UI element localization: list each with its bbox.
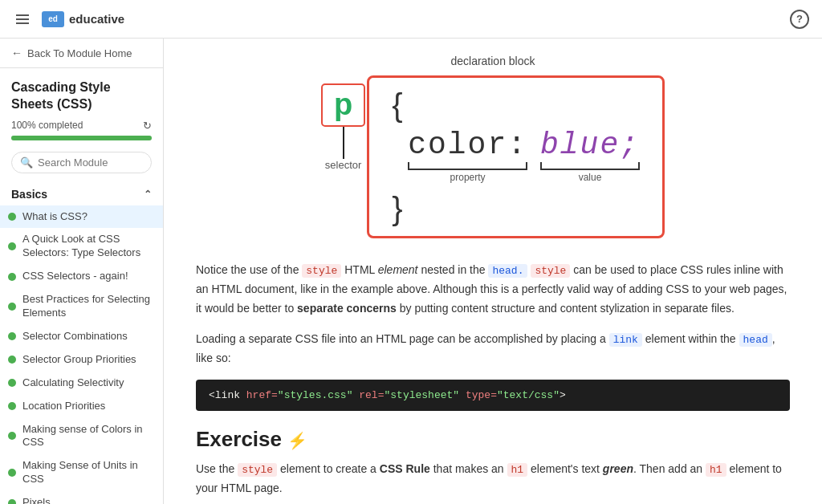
code-val-type: "text/css": [497, 389, 560, 401]
nav-item-label: A Quick Look at CSS Selectors: Type Sele…: [22, 233, 152, 260]
code-link: link: [609, 333, 642, 347]
back-button-label: Back To Module Home: [27, 47, 132, 59]
nav-item-calculating-selectivity[interactable]: Calculating Selectivity: [0, 372, 163, 395]
code-head-1: head.: [488, 264, 527, 278]
progress-bar-fill: [11, 136, 152, 140]
nav-item-label: Selector Combinations: [22, 330, 152, 343]
search-icon: 🔍: [20, 156, 33, 169]
help-icon[interactable]: ?: [790, 10, 809, 29]
section-basics-header: Basics ⌃: [0, 181, 163, 205]
nav-dot: [8, 332, 16, 340]
code-val-rel: "stylesheet": [384, 389, 459, 401]
code-tag-open: <link: [209, 389, 246, 401]
css-diagram: declaration block p selector { color:: [196, 55, 790, 238]
property-label: property: [450, 172, 486, 183]
nav-item-units[interactable]: Making Sense of Units in CSS: [0, 454, 163, 491]
nav-item-label: CSS Selectors - again!: [22, 270, 152, 283]
progress-section: 100% completed ↻: [0, 120, 163, 148]
nav-item-selector-combinations[interactable]: Selector Combinations: [0, 325, 163, 348]
nav-dot: [8, 499, 16, 505]
navbar-right: ?: [790, 10, 809, 29]
navbar-left: ed educative: [13, 11, 124, 27]
chevron-up-icon[interactable]: ⌃: [144, 189, 152, 200]
nav-item-label: Selector Group Priorities: [22, 353, 152, 367]
nav-dot: [8, 213, 16, 221]
nav-dot: [8, 379, 16, 387]
code-attr-rel: rel=: [359, 389, 384, 401]
selector-label: selector: [325, 159, 362, 171]
search-input[interactable]: [38, 156, 143, 169]
main-content: declaration block p selector { color:: [164, 39, 822, 504]
property-text: color:: [408, 128, 527, 162]
refresh-icon[interactable]: ↻: [143, 120, 152, 132]
nav-item-location-priorities[interactable]: Location Priorities: [0, 395, 163, 418]
code-style-2: style: [531, 264, 570, 278]
declaration-block-box: { color: property: [367, 75, 665, 238]
logo-text: educative: [69, 12, 124, 26]
lightning-icon: ⚡: [287, 432, 307, 449]
progress-label: 100% completed: [11, 120, 83, 131]
nav-item-label: What is CSS?: [22, 210, 152, 224]
close-brace: }: [392, 193, 640, 225]
logo: ed educative: [42, 11, 124, 27]
code-attr-type: type=: [466, 389, 497, 401]
nav-dot: [8, 242, 16, 250]
code-attr-href: href=: [246, 389, 278, 401]
code-block: <link href="styles.css" rel="stylesheet"…: [196, 380, 790, 411]
back-to-module-button[interactable]: ← Back To Module Home: [0, 39, 163, 68]
nav-item-label: Best Practices for Selecting Elements: [22, 293, 152, 320]
sidebar-header: Cascading Style Sheets (CSS): [0, 68, 163, 120]
code-head-2: head: [739, 333, 772, 347]
progress-row: 100% completed ↻: [11, 120, 152, 132]
nav-item-css-selectors-again[interactable]: CSS Selectors - again!: [0, 265, 163, 288]
nav-dot: [8, 303, 16, 311]
main-layout: ← Back To Module Home Cascading Style Sh…: [0, 39, 822, 504]
open-brace: {: [392, 89, 640, 121]
back-arrow-icon: ←: [11, 47, 22, 59]
navbar: ed educative ?: [0, 0, 822, 39]
exercise-paragraph: Use the style element to create a CSS Ru…: [196, 460, 790, 498]
nav-dot: [8, 356, 16, 364]
code-style-exercise: style: [238, 463, 277, 477]
nav-item-label: Making sense of Colors in CSS: [22, 423, 152, 450]
nav-item-quick-look[interactable]: A Quick Look at CSS Selectors: Type Sele…: [0, 228, 163, 265]
code-style-1: style: [302, 264, 341, 278]
selector-element: p: [321, 83, 365, 127]
nav-item-pixels[interactable]: Pixels: [0, 491, 163, 504]
nav-item-label: Pixels: [22, 496, 152, 504]
nav-item-label: Calculating Selectivity: [22, 376, 152, 390]
nav-item-best-practices[interactable]: Best Practices for Selecting Elements: [0, 288, 163, 325]
sidebar-title: Cascading Style Sheets (CSS): [11, 79, 152, 113]
nav-item-what-is-css[interactable]: What is CSS?: [0, 205, 163, 229]
sidebar: ← Back To Module Home Cascading Style Sh…: [0, 39, 164, 504]
declaration-block-label: declaration block: [450, 55, 535, 67]
code-h1-2: h1: [706, 463, 726, 477]
value-label: value: [579, 172, 602, 183]
nav-dot: [8, 469, 16, 477]
progress-bar-background: [11, 136, 152, 140]
nav-dot: [8, 402, 16, 410]
logo-icon: ed: [42, 11, 64, 27]
search-box[interactable]: 🔍: [11, 152, 152, 173]
code-val-href: "styles.css": [278, 389, 353, 401]
value-text: blue;: [540, 128, 640, 162]
nav-item-colors[interactable]: Making sense of Colors in CSS: [0, 418, 163, 455]
hamburger-button[interactable]: [13, 11, 32, 27]
content-paragraph-2: Loading a separate CSS file into an HTML…: [196, 330, 790, 368]
nav-dot: [8, 432, 16, 440]
section-basics-label: Basics: [11, 188, 47, 201]
exercise-title: Exercise ⚡: [196, 427, 790, 452]
nav-dot: [8, 273, 16, 281]
sidebar-scroll: Basics ⌃ What is CSS? A Quick Look at CS…: [0, 181, 163, 504]
nav-item-label: Making Sense of Units in CSS: [22, 459, 152, 486]
nav-item-selector-group-priorities[interactable]: Selector Group Priorities: [0, 348, 163, 372]
nav-item-label: Location Priorities: [22, 400, 152, 413]
code-h1-1: h1: [507, 463, 528, 477]
content-paragraph-1: Notice the use of the style HTML element…: [196, 261, 790, 319]
